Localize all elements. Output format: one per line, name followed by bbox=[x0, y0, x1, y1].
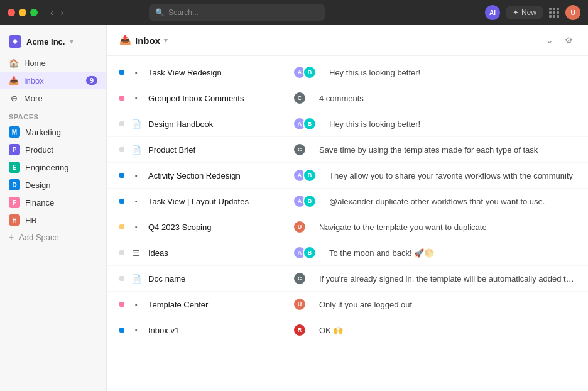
window-controls bbox=[8, 9, 38, 16]
square-icon: ▪ bbox=[131, 299, 142, 310]
row-title: Inbox v1 bbox=[148, 326, 286, 335]
sidebar-item-product[interactable]: P Product bbox=[0, 141, 106, 158]
engineering-avatar: E bbox=[9, 162, 20, 173]
brand[interactable]: Acme Inc. ▾ bbox=[0, 33, 106, 54]
inbox-row-inbox-v1[interactable]: ▪ Inbox v1 R OK 🙌 bbox=[107, 317, 588, 343]
avatar-0: R bbox=[293, 323, 307, 337]
row-comment: 4 comments bbox=[319, 94, 575, 103]
inbox-icon: 📥 bbox=[119, 35, 131, 46]
sidebar-nav: 🏠 Home 📥 Inbox 9 ⊕ More bbox=[0, 54, 106, 107]
row-comment: OK 🙌 bbox=[319, 326, 575, 335]
settings-icon[interactable]: ⚙ bbox=[562, 33, 575, 48]
row-indicator bbox=[119, 147, 124, 152]
minimize-dot[interactable] bbox=[19, 9, 26, 16]
maximize-dot[interactable] bbox=[30, 9, 38, 16]
inbox-badge: 9 bbox=[86, 76, 97, 85]
add-space-button[interactable]: + Add Space bbox=[0, 229, 106, 245]
inbox-title: 📥 Inbox ▾ bbox=[119, 35, 168, 46]
row-avatars: AB bbox=[293, 168, 317, 182]
back-arrow[interactable]: ‹ bbox=[48, 6, 56, 19]
inbox-row-grouped-inbox-comments[interactable]: ▪ Grouped Inbox Comments C 4 comments bbox=[107, 85, 588, 111]
sidebar-item-hr[interactable]: H HR bbox=[0, 211, 106, 229]
inbox-icon: 📥 bbox=[9, 75, 19, 85]
row-title: Q4 2023 Scoping bbox=[148, 223, 286, 232]
doc-icon: 📄 bbox=[131, 144, 142, 155]
square-icon: ▪ bbox=[131, 92, 142, 104]
row-avatars: AB bbox=[293, 65, 317, 79]
square-icon: ▪ bbox=[131, 196, 142, 207]
ai-badge[interactable]: AI bbox=[485, 5, 500, 20]
star-icon: ✦ bbox=[513, 8, 519, 17]
row-comment: To the moon and back! 🚀🌕 bbox=[329, 248, 575, 258]
inbox-row-template-center[interactable]: ▪ Template Center U Only if you are logg… bbox=[107, 292, 588, 317]
row-comment: They allow you to share your favorite wo… bbox=[329, 171, 575, 180]
space-label-marketing: Marketing bbox=[25, 128, 61, 137]
row-avatars: C bbox=[293, 272, 307, 285]
sidebar-item-finance[interactable]: F Finance bbox=[0, 194, 106, 211]
avatar-1: B bbox=[303, 246, 317, 260]
sidebar-item-engineering[interactable]: E Engineering bbox=[0, 158, 106, 176]
avatar-0: C bbox=[293, 272, 307, 285]
inbox-row-design-handbook[interactable]: 📄 Design Handbook AB Hey this is looking… bbox=[107, 111, 588, 137]
close-dot[interactable] bbox=[8, 9, 15, 16]
doc-icon: 📄 bbox=[131, 118, 142, 129]
row-avatars: AB bbox=[293, 117, 317, 131]
sidebar-item-design[interactable]: D Design bbox=[0, 176, 106, 194]
grid-icon[interactable] bbox=[549, 8, 559, 18]
brand-icon bbox=[9, 35, 21, 48]
titlebar-right: AI ✦ New U bbox=[485, 5, 580, 20]
lines-icon: ☰ bbox=[131, 247, 142, 258]
row-indicator bbox=[119, 173, 124, 178]
inbox-row-q4-2023-scoping[interactable]: ▪ Q4 2023 Scoping U Navigate to the temp… bbox=[107, 214, 588, 240]
plus-icon: + bbox=[9, 232, 14, 242]
row-title: Ideas bbox=[148, 248, 286, 258]
row-avatars: AB bbox=[293, 194, 317, 208]
inbox-row-doc-name[interactable]: 📄 Doc name C If you're already signed in… bbox=[107, 266, 588, 292]
row-comment: Hey this is looking better! bbox=[329, 68, 575, 77]
inbox-row-product-brief[interactable]: 📄 Product Brief C Save time by using the… bbox=[107, 137, 588, 163]
user-avatar[interactable]: U bbox=[565, 5, 580, 20]
inbox-list: ▪ Task View Redesign AB Hey this is look… bbox=[107, 56, 588, 391]
inbox-chevron[interactable]: ▾ bbox=[164, 36, 168, 45]
row-title: Grouped Inbox Comments bbox=[148, 94, 286, 103]
row-indicator bbox=[119, 276, 124, 281]
row-indicator bbox=[119, 302, 124, 307]
row-avatars: U bbox=[293, 297, 307, 311]
row-title: Task View Redesign bbox=[148, 68, 286, 77]
sidebar-item-home[interactable]: 🏠 Home bbox=[0, 54, 106, 72]
marketing-avatar: M bbox=[9, 126, 20, 138]
square-icon: ▪ bbox=[131, 170, 142, 181]
avatar-1: B bbox=[303, 65, 317, 79]
doc-icon: 📄 bbox=[131, 273, 142, 284]
square-icon: ▪ bbox=[131, 67, 142, 78]
row-title: Activity Section Redesign bbox=[148, 171, 286, 180]
row-title: Product Brief bbox=[148, 145, 286, 155]
row-title: Doc name bbox=[148, 274, 286, 284]
square-icon: ▪ bbox=[131, 221, 142, 233]
forward-arrow[interactable]: › bbox=[58, 6, 67, 19]
sidebar-label-more: More bbox=[24, 94, 43, 103]
row-title: Design Handbook bbox=[148, 119, 286, 129]
more-icon: ⊕ bbox=[9, 93, 19, 103]
inbox-row-task-view-redesign[interactable]: ▪ Task View Redesign AB Hey this is look… bbox=[107, 60, 588, 85]
sidebar-item-more[interactable]: ⊕ More bbox=[0, 89, 106, 107]
row-title: Task View | Layout Updates bbox=[148, 197, 286, 206]
inbox-row-activity-section-redesign[interactable]: ▪ Activity Section Redesign AB They allo… bbox=[107, 163, 588, 189]
avatar-1: B bbox=[303, 168, 317, 182]
space-label-design: Design bbox=[25, 180, 50, 190]
header-right: ⌄ ⚙ bbox=[543, 33, 575, 48]
space-label-hr: HR bbox=[25, 216, 37, 225]
sidebar-item-inbox[interactable]: 📥 Inbox 9 bbox=[0, 72, 106, 89]
search-bar[interactable]: 🔍 Search... bbox=[149, 4, 325, 21]
row-avatars: U bbox=[293, 220, 307, 234]
sidebar-item-marketing[interactable]: M Marketing bbox=[0, 123, 106, 141]
row-indicator bbox=[119, 121, 124, 126]
square-icon: ▪ bbox=[131, 324, 142, 336]
inbox-title-text: Inbox bbox=[135, 35, 160, 46]
row-avatars: C bbox=[293, 143, 307, 157]
filter-icon[interactable]: ⌄ bbox=[543, 33, 556, 48]
inbox-row-task-view-layout[interactable]: ▪ Task View | Layout Updates AB @alexand… bbox=[107, 189, 588, 214]
content-area: 📥 Inbox ▾ ⌄ ⚙ ▪ Task View Redesign AB He… bbox=[107, 25, 588, 391]
inbox-row-ideas[interactable]: ☰ Ideas AB To the moon and back! 🚀🌕 bbox=[107, 240, 588, 266]
new-button[interactable]: ✦ New bbox=[506, 6, 543, 19]
